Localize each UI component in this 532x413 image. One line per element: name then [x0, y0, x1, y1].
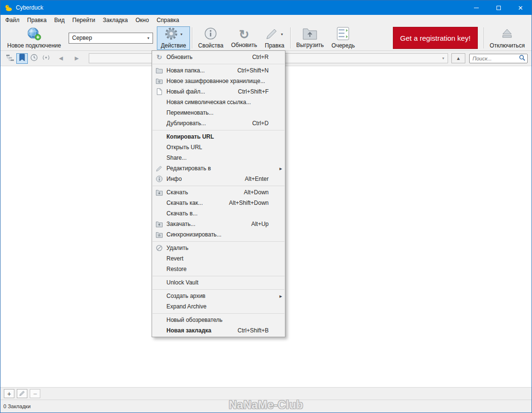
- info-circle-icon: [204, 27, 217, 42]
- menu-item-edit-with[interactable]: Редактировать в ▸: [152, 163, 285, 174]
- action-label: Действие: [161, 42, 186, 49]
- bookmark-count-status: 0 Закладки: [3, 403, 31, 409]
- remove-bookmark-button[interactable]: −: [30, 389, 40, 398]
- menu-help[interactable]: Справка: [153, 15, 183, 25]
- registration-key-button[interactable]: Get a registration key!: [393, 27, 478, 49]
- edit-button[interactable]: ▼ Правка: [261, 26, 288, 50]
- refresh-icon: ↻: [152, 53, 166, 61]
- properties-label: Свойства: [198, 42, 224, 49]
- menu-item-synchronize[interactable]: Синхронизировать...: [152, 229, 285, 240]
- search-icon: [519, 55, 525, 62]
- window-title: Cyberduck: [16, 4, 43, 11]
- upload-button[interactable]: Выгрузить: [293, 26, 328, 50]
- new-connection-label: Новое подключение: [7, 42, 61, 49]
- toolbar-separator: [290, 27, 291, 48]
- menu-item-download-as[interactable]: Скачать как... Alt+Shift+Down: [152, 198, 285, 208]
- properties-button[interactable]: Свойства: [194, 26, 227, 50]
- pencil-icon: [19, 390, 25, 397]
- maximize-button[interactable]: [487, 0, 509, 15]
- menu-item-restore[interactable]: Restore: [152, 264, 285, 274]
- menubar: Файл Правка Вид Перейти Закладка Окно Сп…: [0, 15, 532, 25]
- window-controls: ×: [465, 0, 532, 15]
- forward-button[interactable]: ▶: [70, 53, 84, 63]
- disconnect-label: Отключиться: [490, 42, 525, 49]
- menu-item-create-archive[interactable]: Создать архив ▸: [152, 291, 285, 301]
- menu-item-expand-archive[interactable]: Expand Archive: [152, 301, 285, 312]
- menu-separator: [153, 64, 284, 64]
- submenu-arrow-icon: ▸: [276, 293, 282, 299]
- new-connection-button[interactable]: Новое подключение: [3, 26, 65, 50]
- close-button[interactable]: ×: [509, 0, 532, 15]
- menu-edit[interactable]: Правка: [24, 15, 51, 25]
- minus-icon: −: [33, 390, 37, 397]
- menu-item-duplicate[interactable]: Дублировать... Ctrl+D: [152, 118, 285, 129]
- download-folder-icon: [152, 189, 166, 196]
- menu-item-unlock-vault[interactable]: Unlock Vault: [152, 277, 285, 288]
- refresh-label: Обновить: [231, 42, 257, 48]
- menu-item-new-folder[interactable]: Новая папка... Ctrl+Shift+N: [152, 65, 285, 76]
- edit-label: Правка: [265, 42, 284, 49]
- back-button[interactable]: ◀: [54, 53, 68, 63]
- menu-item-download-to[interactable]: Скачать в...: [152, 208, 285, 219]
- menu-item-info[interactable]: Инфо Alt+Enter: [152, 174, 285, 184]
- vault-folder-icon: [152, 78, 166, 84]
- menu-bookmark[interactable]: Закладка: [99, 15, 131, 25]
- refresh-button[interactable]: ↻ Обновить: [227, 26, 261, 50]
- bonjour-view-toggle[interactable]: [40, 53, 52, 64]
- menu-item-new-file[interactable]: Новый файл... Ctrl+Shift+F: [152, 86, 285, 97]
- menu-window[interactable]: Окно: [132, 15, 153, 25]
- go-up-button[interactable]: ▲: [451, 53, 465, 63]
- menu-item-copy-url[interactable]: Копировать URL: [152, 131, 285, 142]
- bookmark-icon: [19, 54, 25, 63]
- toolbar: Новое подключение Сервер ▼ ▼ Действие: [0, 25, 532, 51]
- registration-key-label: Get a registration key!: [400, 34, 471, 42]
- add-bookmark-button[interactable]: +: [4, 389, 14, 398]
- minimize-icon: [474, 8, 479, 8]
- toolbar-separator: [192, 27, 192, 48]
- clock-icon: [30, 54, 38, 63]
- path-combo-dropdown-icon[interactable]: ▼: [439, 54, 448, 63]
- search-field[interactable]: [469, 54, 528, 63]
- menu-item-share[interactable]: Share...: [152, 153, 285, 163]
- disconnect-button[interactable]: Отключиться: [486, 26, 529, 50]
- menu-item-refresh[interactable]: ↻ Обновить Ctrl+R: [152, 52, 285, 62]
- server-combobox[interactable]: Сервер ▼: [69, 33, 153, 44]
- menu-file[interactable]: Файл: [1, 15, 24, 25]
- action-menu: ↻ Обновить Ctrl+R Новая папка... Ctrl+Sh…: [152, 50, 285, 337]
- minimize-button[interactable]: [465, 0, 487, 15]
- menu-item-upload[interactable]: Закачать... Alt+Up: [152, 219, 285, 229]
- menu-item-download[interactable]: Скачать Alt+Down: [152, 187, 285, 198]
- action-button[interactable]: ▼ Действие: [157, 26, 190, 50]
- watermark: NaNaMe-Club: [229, 399, 303, 412]
- gear-icon: [164, 26, 178, 42]
- menu-item-revert[interactable]: Revert: [152, 253, 285, 264]
- menu-go[interactable]: Перейти: [69, 15, 99, 25]
- queue-list-icon: [337, 27, 349, 42]
- menu-item-rename[interactable]: Переименовать...: [152, 107, 285, 118]
- delete-icon: [152, 245, 166, 251]
- history-view-toggle[interactable]: [28, 53, 40, 64]
- menu-item-delete[interactable]: Удалить: [152, 243, 285, 253]
- queue-label: Очередь: [331, 42, 355, 49]
- sync-folder-icon: [152, 232, 166, 238]
- outline-view-toggle[interactable]: [4, 53, 16, 64]
- globe-plus-icon: [27, 26, 41, 42]
- bookmark-view-toggle[interactable]: [16, 53, 28, 64]
- edit-bookmark-button[interactable]: [17, 389, 27, 398]
- action-dropdown-icon: ▼: [180, 33, 183, 36]
- menu-view[interactable]: Вид: [50, 15, 69, 25]
- refresh-icon: ↻: [239, 28, 249, 41]
- menu-item-new-encrypted-vault[interactable]: Новое зашифрованное хранилище...: [152, 76, 285, 86]
- queue-button[interactable]: Очередь: [328, 26, 359, 50]
- menu-item-new-bookmark[interactable]: Новая закладка Ctrl+Shift+B: [152, 325, 285, 336]
- edit-dropdown-icon: ▼: [280, 33, 284, 36]
- server-combo-dropdown-icon[interactable]: ▼: [144, 33, 153, 43]
- search-input[interactable]: [473, 56, 519, 61]
- menu-item-new-browser[interactable]: Новый обозреватель: [152, 315, 285, 325]
- submenu-arrow-icon: ▸: [276, 165, 282, 172]
- menu-separator: [153, 289, 284, 290]
- menu-separator: [153, 186, 284, 186]
- info-circle-icon: [152, 176, 166, 182]
- menu-item-new-symlink[interactable]: Новая символическая ссылка...: [152, 97, 285, 107]
- menu-item-open-url[interactable]: Открыть URL: [152, 142, 285, 153]
